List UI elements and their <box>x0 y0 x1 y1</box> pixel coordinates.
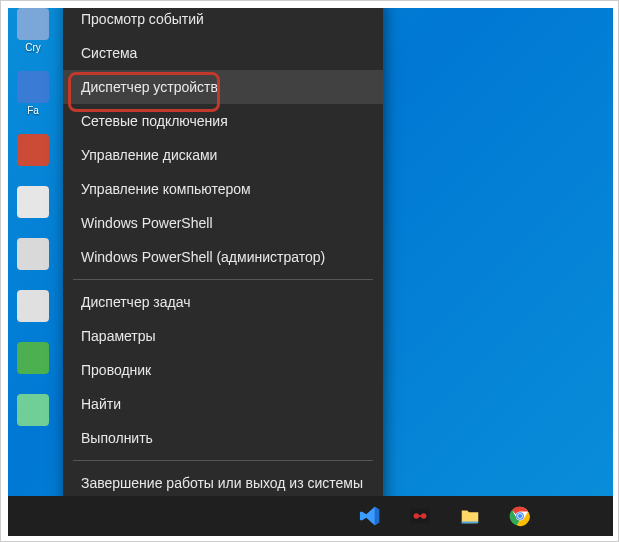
app-icon <box>17 238 49 270</box>
desktop-icon-label: Fa <box>14 105 52 116</box>
screenshot-frame: Cry Fa Просмотр событий Система Диспетче… <box>0 0 619 542</box>
desktop-icon-label: Cry <box>14 42 52 53</box>
desktop-icon[interactable] <box>14 238 52 272</box>
app-icon <box>17 186 49 218</box>
vscode-icon <box>359 505 381 527</box>
desktop-icon[interactable] <box>14 186 52 220</box>
app-red-icon <box>409 505 431 527</box>
chrome-icon <box>509 505 531 527</box>
menu-item-system[interactable]: Система <box>63 36 383 70</box>
menu-item-shutdown-signout[interactable]: Завершение работы или выход из системы <box>63 466 383 500</box>
menu-separator <box>73 460 373 461</box>
menu-item-task-manager[interactable]: Диспетчер задач <box>63 285 383 319</box>
app-icon <box>17 290 49 322</box>
menu-item-search[interactable]: Найти <box>63 387 383 421</box>
desktop-icon[interactable] <box>14 290 52 324</box>
taskbar-app-file-explorer[interactable] <box>448 496 492 536</box>
desktop-icon[interactable]: Cry <box>14 8 52 53</box>
menu-item-powershell[interactable]: Windows PowerShell <box>63 206 383 240</box>
app-icon <box>17 394 49 426</box>
menu-item-network-connections[interactable]: Сетевые подключения <box>63 104 383 138</box>
menu-item-device-manager[interactable]: Диспетчер устройств <box>63 70 383 104</box>
menu-separator <box>73 279 373 280</box>
menu-item-powershell-admin[interactable]: Windows PowerShell (администратор) <box>63 240 383 274</box>
app-icon <box>17 71 49 103</box>
taskbar-app-vscode[interactable] <box>348 496 392 536</box>
desktop[interactable]: Cry Fa Просмотр событий Система Диспетче… <box>8 8 613 536</box>
taskbar-app-chrome[interactable] <box>498 496 542 536</box>
menu-item-run[interactable]: Выполнить <box>63 421 383 455</box>
folder-icon <box>459 505 481 527</box>
app-icon <box>17 8 49 40</box>
desktop-icons-column: Cry Fa <box>14 8 56 446</box>
taskbar-app-generic[interactable] <box>398 496 442 536</box>
desktop-icon[interactable] <box>14 394 52 428</box>
menu-item-computer-management[interactable]: Управление компьютером <box>63 172 383 206</box>
svg-rect-3 <box>418 515 422 517</box>
desktop-icon[interactable] <box>14 134 52 168</box>
desktop-icon[interactable] <box>14 342 52 376</box>
menu-item-settings[interactable]: Параметры <box>63 319 383 353</box>
winx-context-menu: Просмотр событий Система Диспетчер устро… <box>63 8 383 536</box>
menu-item-file-explorer[interactable]: Проводник <box>63 353 383 387</box>
app-icon <box>17 342 49 374</box>
svg-point-7 <box>518 514 522 518</box>
desktop-icon[interactable]: Fa <box>14 71 52 116</box>
menu-item-event-viewer[interactable]: Просмотр событий <box>63 8 383 36</box>
app-icon <box>17 134 49 166</box>
menu-item-disk-management[interactable]: Управление дисками <box>63 138 383 172</box>
taskbar[interactable] <box>8 496 613 536</box>
